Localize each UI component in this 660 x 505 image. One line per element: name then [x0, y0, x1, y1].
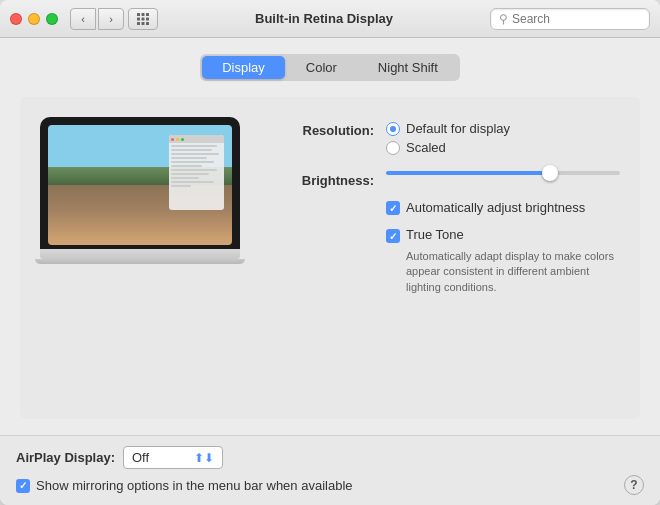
search-box[interactable]: ⚲: [490, 8, 650, 30]
window: ‹ › Built-in Retina Display ⚲: [0, 0, 660, 505]
screen-text-line: [171, 177, 199, 179]
resolution-scaled-label: Scaled: [406, 140, 446, 155]
laptop-screen: [48, 125, 232, 245]
nav-buttons: ‹ ›: [70, 8, 124, 30]
svg-rect-3: [137, 17, 140, 20]
search-input[interactable]: [512, 12, 641, 26]
screen-window-body: [169, 143, 224, 191]
true-tone-option: True Tone: [386, 227, 464, 243]
resolution-row: Resolution: Default for display Scaled: [264, 121, 620, 159]
brightness-control: [386, 171, 620, 175]
help-button[interactable]: ?: [624, 475, 644, 495]
screen-text-line: [171, 153, 219, 155]
svg-rect-7: [142, 22, 145, 25]
forward-button[interactable]: ›: [98, 8, 124, 30]
settings-panel: Resolution: Default for display Scaled: [264, 117, 620, 307]
svg-rect-4: [142, 17, 145, 20]
tab-group: Display Color Night Shift: [200, 54, 460, 81]
window-title: Built-in Retina Display: [158, 11, 490, 26]
screen-text-line: [171, 157, 207, 159]
laptop-container: [40, 117, 240, 264]
screen-text-line: [171, 173, 209, 175]
auto-brightness-row: Automatically adjust brightness: [386, 200, 620, 215]
laptop-base: [40, 249, 240, 259]
svg-rect-0: [137, 13, 140, 16]
resolution-label: Resolution:: [264, 121, 374, 138]
svg-rect-1: [142, 13, 145, 16]
tab-display[interactable]: Display: [202, 56, 285, 79]
tab-color[interactable]: Color: [286, 56, 357, 79]
svg-rect-5: [146, 17, 149, 20]
svg-rect-2: [146, 13, 149, 16]
screen-text-line: [171, 165, 202, 167]
bottom-bar: AirPlay Display: Off ⬆︎⬇︎ Show mirroring…: [0, 435, 660, 505]
resolution-default-radio[interactable]: [386, 122, 400, 136]
laptop-screen-outer: [40, 117, 240, 249]
auto-brightness-checkbox[interactable]: [386, 201, 400, 215]
traffic-lights: [10, 13, 58, 25]
search-icon: ⚲: [499, 12, 508, 26]
screen-window: [169, 135, 224, 210]
brightness-label: Brightness:: [264, 171, 374, 188]
screen-dot-close: [171, 138, 174, 141]
maximize-button[interactable]: [46, 13, 58, 25]
true-tone-description: Automatically adapt display to make colo…: [406, 249, 620, 295]
screen-dot-min: [176, 138, 179, 141]
true-tone-row: True Tone Automatically adapt display to…: [386, 227, 620, 295]
tabs-container: Display Color Night Shift: [20, 54, 640, 81]
resolution-control: Default for display Scaled: [386, 121, 620, 159]
mirror-label: Show mirroring options in the menu bar w…: [36, 478, 353, 493]
laptop-preview: [40, 117, 240, 264]
screen-dot-max: [181, 138, 184, 141]
brightness-row: Brightness:: [264, 171, 620, 188]
close-button[interactable]: [10, 13, 22, 25]
airplay-select-value: Off: [132, 450, 190, 465]
resolution-default-label: Default for display: [406, 121, 510, 136]
airplay-select[interactable]: Off ⬆︎⬇︎: [123, 446, 223, 469]
true-tone-label: True Tone: [406, 227, 464, 242]
resolution-scaled-radio[interactable]: [386, 141, 400, 155]
true-tone-checkbox[interactable]: [386, 229, 400, 243]
screen-text-line: [171, 145, 217, 147]
screen-text-line: [171, 169, 217, 171]
resolution-default-option[interactable]: Default for display: [386, 121, 620, 136]
brightness-slider-thumb[interactable]: [542, 165, 558, 181]
mirror-row: Show mirroring options in the menu bar w…: [16, 475, 644, 495]
brightness-slider-row: [386, 171, 620, 175]
screen-text-line: [171, 181, 214, 183]
screen-text-line: [171, 185, 191, 187]
minimize-button[interactable]: [28, 13, 40, 25]
content: Display Color Night Shift: [0, 38, 660, 435]
svg-rect-6: [137, 22, 140, 25]
grid-button[interactable]: [128, 8, 158, 30]
titlebar: ‹ › Built-in Retina Display ⚲: [0, 0, 660, 38]
screen-text-line: [171, 149, 212, 151]
screen-window-titlebar: [169, 135, 224, 143]
auto-brightness-option: Automatically adjust brightness: [386, 200, 585, 215]
resolution-scaled-option[interactable]: Scaled: [386, 140, 620, 155]
laptop-foot: [35, 259, 245, 264]
brightness-slider-track[interactable]: [386, 171, 620, 175]
mirror-checkbox[interactable]: [16, 479, 30, 493]
screen-text-line: [171, 161, 214, 163]
auto-brightness-label: Automatically adjust brightness: [406, 200, 585, 215]
back-button[interactable]: ‹: [70, 8, 96, 30]
svg-rect-8: [146, 22, 149, 25]
select-arrows-icon: ⬆︎⬇︎: [194, 451, 214, 465]
tab-night-shift[interactable]: Night Shift: [358, 56, 458, 79]
airplay-label: AirPlay Display:: [16, 450, 115, 465]
airplay-row: AirPlay Display: Off ⬆︎⬇︎: [16, 446, 644, 469]
main-panel: Resolution: Default for display Scaled: [20, 97, 640, 419]
